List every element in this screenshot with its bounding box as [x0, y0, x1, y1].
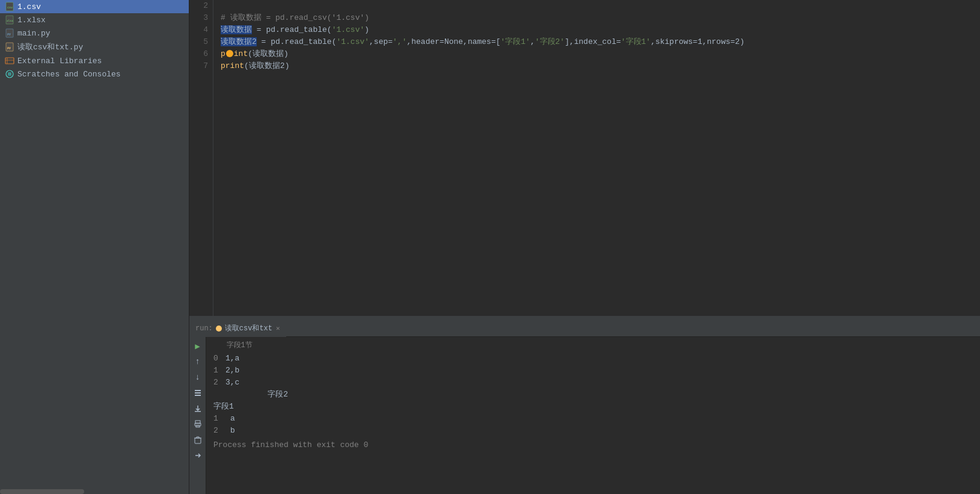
- code-line-4: 读取数据 = pd.read_table('1.csv'): [221, 24, 980, 36]
- output-index-2: 2: [213, 377, 225, 389]
- svg-text:py: py: [7, 32, 11, 36]
- output-index-0: 0: [213, 353, 225, 365]
- sidebar-item-external-libs[interactable]: External Libraries: [0, 54, 189, 67]
- editor: 2 3 4 5 6 7 # 读取数据 = pd.read_csv('1.csv'…: [189, 0, 980, 316]
- console-panel: run: 读取csv和txt ✕ ▶ ↑ ↓: [189, 320, 980, 494]
- scratches-icon: [5, 69, 14, 79]
- code-line-5: 读取数据2 = pd.read_table('1.csv',sep=',',he…: [221, 36, 980, 48]
- sidebar: csv 1.csv xlsx 1.xlsx py main.py py: [0, 0, 189, 494]
- code-line-2: [221, 0, 980, 12]
- process-finished-line: Process finished with exit code 0: [213, 439, 973, 451]
- console-tabs-bar: run: 读取csv和txt ✕: [189, 320, 980, 337]
- arrow-icon[interactable]: [191, 449, 204, 462]
- output-header-line: 字段1节: [213, 339, 973, 351]
- code-line-7: print(读取数据2): [221, 60, 980, 72]
- console-output[interactable]: 字段1节 0 1,a 1 2,b 2 3,c 字段2: [206, 337, 980, 494]
- table2-row2-idx: 2: [213, 425, 225, 437]
- process-finished-text: Process finished with exit code 0: [213, 439, 368, 451]
- output-row-2: 2 3,c: [213, 377, 973, 389]
- svg-text:csv: csv: [7, 5, 13, 9]
- table2-header-row: 字段2: [213, 389, 973, 401]
- console-tab-name: 读取csv和txt: [225, 323, 272, 333]
- console-body: ▶ ↑ ↓: [189, 337, 980, 494]
- svg-rect-20: [195, 438, 201, 443]
- svg-rect-15: [195, 395, 201, 396]
- sidebar-item-csv[interactable]: csv 1.csv: [0, 0, 189, 13]
- table2-row2-val: b: [225, 425, 235, 437]
- csv-file-icon: csv: [5, 2, 14, 11]
- output-index-1: 1: [213, 365, 225, 377]
- sidebar-item-mainpy[interactable]: py main.py: [0, 26, 189, 40]
- print-button[interactable]: [191, 418, 204, 431]
- py-orange-file-icon: py: [5, 42, 14, 52]
- sidebar-item-readpy-label: 读取csv和txt.py: [17, 42, 83, 52]
- scroll-up-button[interactable]: ↑: [191, 355, 204, 368]
- output-val-1: 2,b: [225, 365, 239, 377]
- code-content[interactable]: # 读取数据 = pd.read_csv('1.csv') 读取数据 = pd.…: [213, 0, 980, 316]
- svg-rect-16: [195, 411, 201, 412]
- sidebar-item-readpy[interactable]: py 读取csv和txt.py: [0, 40, 189, 54]
- table2-row1-val: a: [225, 413, 235, 425]
- table2-row1-idx: 1: [213, 413, 225, 425]
- svg-rect-13: [195, 390, 201, 391]
- line-numbers: 2 3 4 5 6 7: [189, 0, 213, 316]
- xlsx-file-icon: xlsx: [5, 15, 14, 25]
- line-num-4: 4: [189, 24, 208, 36]
- output-val-2: 3,c: [225, 377, 239, 389]
- console-tab[interactable]: run: 读取csv和txt ✕: [189, 320, 286, 337]
- line-num-2: 2: [189, 0, 208, 12]
- code-line-3: # 读取数据 = pd.read_csv('1.csv'): [221, 12, 980, 24]
- table2-col-header: 字段2: [213, 389, 288, 401]
- py-file-icon: py: [5, 28, 14, 38]
- sidebar-item-csv-label: 1.csv: [17, 2, 41, 11]
- line-num-3: 3: [189, 12, 208, 24]
- console-tab-close[interactable]: ✕: [276, 324, 280, 332]
- sidebar-item-scratches-label: Scratches and Consoles: [17, 70, 121, 79]
- delete-button[interactable]: [191, 433, 204, 446]
- output-row-0: 0 1,a: [213, 353, 973, 365]
- sidebar-item-xlsx[interactable]: xlsx 1.xlsx: [0, 13, 189, 26]
- code-line-6: pint(读取数据): [221, 48, 980, 60]
- console-toolbar: ▶ ↑ ↓: [189, 337, 206, 494]
- output-val-0: 1,a: [225, 353, 239, 365]
- svg-rect-14: [195, 392, 201, 394]
- table2-row-1: 1 a: [213, 413, 973, 425]
- line-num-6: 6: [189, 48, 208, 60]
- table2-row-label: 字段1: [213, 401, 973, 413]
- settings-button[interactable]: [191, 386, 204, 400]
- svg-text:py: py: [7, 46, 11, 50]
- external-libs-icon: [5, 56, 14, 66]
- scroll-down-button[interactable]: ↓: [191, 371, 204, 384]
- sidebar-scrollbar[interactable]: [0, 489, 189, 494]
- output-row-1: 1 2,b: [213, 365, 973, 377]
- svg-text:xlsx: xlsx: [7, 19, 13, 22]
- download-button[interactable]: [191, 402, 204, 415]
- line-num-5: 5: [189, 36, 208, 48]
- table2-row-label-text: 字段1: [213, 401, 234, 413]
- py-dot-icon: [216, 326, 222, 332]
- run-label: run:: [195, 324, 213, 333]
- sidebar-item-external-libs-label: External Libraries: [17, 57, 102, 66]
- sidebar-item-xlsx-label: 1.xlsx: [17, 16, 46, 25]
- table2-row-2: 2 b: [213, 425, 973, 437]
- run-button[interactable]: ▶: [191, 339, 204, 353]
- line-num-7: 7: [189, 60, 208, 72]
- sidebar-item-mainpy-label: main.py: [17, 29, 51, 38]
- output-header-text: 字段1节: [213, 339, 253, 351]
- sidebar-item-scratches[interactable]: Scratches and Consoles: [0, 67, 189, 81]
- main-area: 2 3 4 5 6 7 # 读取数据 = pd.read_csv('1.csv'…: [189, 0, 980, 494]
- svg-rect-8: [5, 58, 14, 64]
